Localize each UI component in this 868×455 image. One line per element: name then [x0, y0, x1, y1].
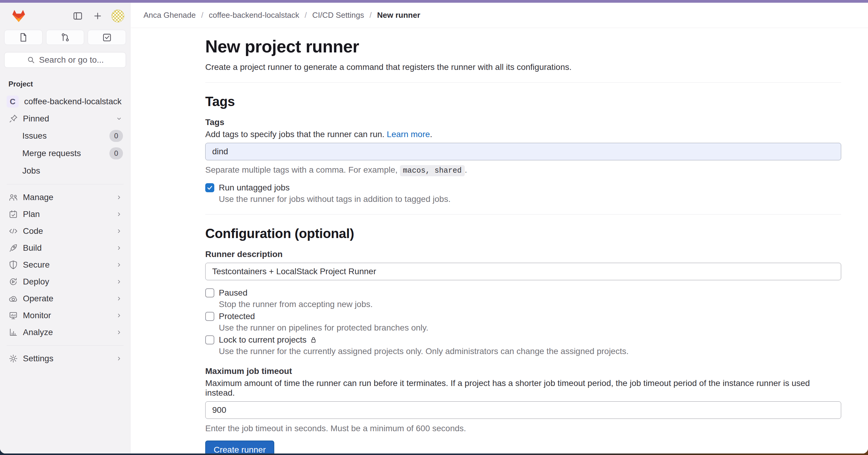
create-new-button[interactable] — [92, 10, 104, 22]
pin-icon — [8, 114, 18, 124]
sidebar-item-jobs[interactable]: Jobs — [2, 162, 128, 179]
tags-hint-code: macos, shared — [400, 165, 465, 176]
sidebar-toggle-button[interactable] — [72, 10, 84, 22]
sidebar-item-operate[interactable]: Operate — [2, 290, 128, 307]
section-divider — [205, 82, 841, 83]
plus-icon — [93, 11, 103, 21]
sidebar-item-pinned[interactable]: Pinned — [2, 110, 128, 127]
checkbox-help: Use the runner on pipelines for protecte… — [219, 323, 841, 333]
sidebar-item-secure[interactable]: Secure — [2, 257, 128, 273]
run-untagged-group: Run untagged jobs Use the runner for job… — [205, 183, 841, 204]
sidebar-item-label: Analyze — [23, 328, 110, 337]
sidebar-item-label: Monitor — [23, 311, 110, 320]
breadcrumb-cicd-settings[interactable]: CI/CD Settings — [312, 10, 364, 20]
chevron-down-icon — [115, 115, 123, 123]
sidebar-item-merge-requests[interactable]: Merge requests 0 — [2, 145, 128, 162]
create-runner-button[interactable]: Create runner — [205, 441, 274, 454]
user-avatar[interactable] — [112, 10, 124, 22]
sidebar-item-label: Build — [23, 243, 110, 253]
sidebar-header — [0, 3, 130, 23]
merge-requests-shortcut-button[interactable] — [46, 30, 84, 45]
tags-input[interactable] — [205, 143, 841, 160]
tags-help-period: . — [430, 130, 433, 139]
sidebar-item-label: Manage — [23, 193, 110, 202]
sidebar-item-issues[interactable]: Issues 0 — [2, 127, 128, 144]
chevron-right-icon — [115, 244, 123, 252]
sidebar-item-deploy[interactable]: Deploy — [2, 273, 128, 290]
merge-request-icon — [60, 32, 70, 42]
page-title: New project runner — [205, 36, 841, 56]
monitor-icon — [8, 311, 18, 320]
sidebar-item-label: Issues — [22, 131, 104, 141]
lock-to-projects-group: Lock to current projects Use the runner … — [205, 335, 841, 356]
section-divider — [205, 214, 841, 215]
tags-hint-period: . — [465, 165, 467, 174]
max-job-timeout-input[interactable] — [205, 401, 841, 419]
check-icon — [207, 185, 213, 191]
breadcrumb-current: New runner — [377, 10, 420, 20]
sidebar-divider — [7, 345, 124, 346]
issue-document-icon — [18, 32, 28, 42]
paused-checkbox[interactable]: Paused — [205, 288, 841, 298]
sidebar-item-monitor[interactable]: Monitor — [2, 307, 128, 324]
sidebar-item-label: Deploy — [23, 277, 110, 287]
window-top-strip — [0, 0, 868, 3]
checkbox-help: Stop the runner from accepting new jobs. — [219, 299, 841, 309]
sidebar-item-manage[interactable]: Manage — [2, 189, 128, 205]
max-job-timeout-description: Maximum amount of time the runner can ru… — [205, 379, 841, 398]
panel-toggle-icon — [73, 11, 83, 21]
gitlab-window: Search or go to... Project C coffee-back… — [0, 3, 868, 454]
todo-shortcut-button[interactable] — [88, 30, 126, 45]
chevron-right-icon — [115, 312, 123, 319]
search-input[interactable]: Search or go to... — [4, 52, 126, 68]
checkbox-label: Paused — [219, 288, 247, 298]
lock-to-projects-checkbox[interactable]: Lock to current projects — [205, 335, 841, 345]
sidebar-item-label: Pinned — [23, 114, 110, 124]
protected-checkbox[interactable]: Protected — [205, 312, 841, 321]
todo-check-icon — [102, 32, 112, 42]
issues-count-badge: 0 — [110, 130, 123, 142]
sidebar-item-plan[interactable]: Plan — [2, 206, 128, 222]
shield-icon — [8, 260, 18, 270]
checkbox-unchecked[interactable] — [205, 312, 214, 321]
merge-requests-count-badge: 0 — [110, 148, 123, 159]
sidebar-item-build[interactable]: Build — [2, 240, 128, 256]
tags-hint: Separate multiple tags with a comma. For… — [205, 165, 841, 175]
sidebar-shortcuts — [4, 30, 126, 45]
issues-shortcut-button[interactable] — [4, 30, 42, 45]
sidebar-item-analyze[interactable]: Analyze — [2, 324, 128, 340]
max-job-timeout-hint: Enter the job timeout in seconds. Must b… — [205, 424, 841, 433]
sidebar-project-row[interactable]: C coffee-backend-localstack — [2, 93, 128, 110]
people-icon — [8, 193, 18, 202]
chevron-right-icon — [115, 210, 123, 218]
checkbox-label: Run untagged jobs — [219, 183, 290, 193]
chevron-right-icon — [115, 227, 123, 235]
run-untagged-checkbox[interactable]: Run untagged jobs — [205, 183, 841, 193]
sidebar-divider — [7, 184, 124, 185]
chevron-right-icon — [115, 328, 123, 336]
configuration-section-heading: Configuration (optional) — [205, 226, 841, 241]
breadcrumb-user[interactable]: Anca Ghenade — [144, 10, 195, 20]
breadcrumb-separator: / — [201, 10, 203, 20]
checkbox-checked[interactable] — [205, 183, 214, 192]
runner-description-input[interactable] — [205, 263, 841, 280]
learn-more-link[interactable]: Learn more — [387, 130, 430, 139]
sidebar-item-label: Settings — [23, 354, 110, 363]
sidebar-item-label: Plan — [23, 209, 110, 219]
checkbox-help: Use the runner for jobs without tags in … — [219, 194, 841, 204]
checkbox-unchecked[interactable] — [205, 335, 214, 345]
gitlab-logo-icon[interactable] — [11, 9, 26, 23]
tags-section-heading: Tags — [205, 94, 841, 109]
deploy-icon — [8, 277, 18, 287]
breadcrumb-separator: / — [370, 10, 372, 20]
sidebar-section-label: Project — [8, 80, 130, 88]
sidebar-item-label: Jobs — [22, 166, 123, 176]
tags-help-text: Add tags to specify jobs that the runner… — [205, 130, 387, 139]
sidebar-item-label: Merge requests — [22, 149, 104, 158]
sidebar-item-code[interactable]: Code — [2, 223, 128, 239]
breadcrumb-project[interactable]: coffee-backend-localstack — [209, 10, 299, 20]
sidebar-item-settings[interactable]: Settings — [2, 351, 128, 367]
chevron-right-icon — [115, 193, 123, 201]
checkbox-unchecked[interactable] — [205, 288, 214, 297]
project-avatar: C — [7, 96, 19, 107]
